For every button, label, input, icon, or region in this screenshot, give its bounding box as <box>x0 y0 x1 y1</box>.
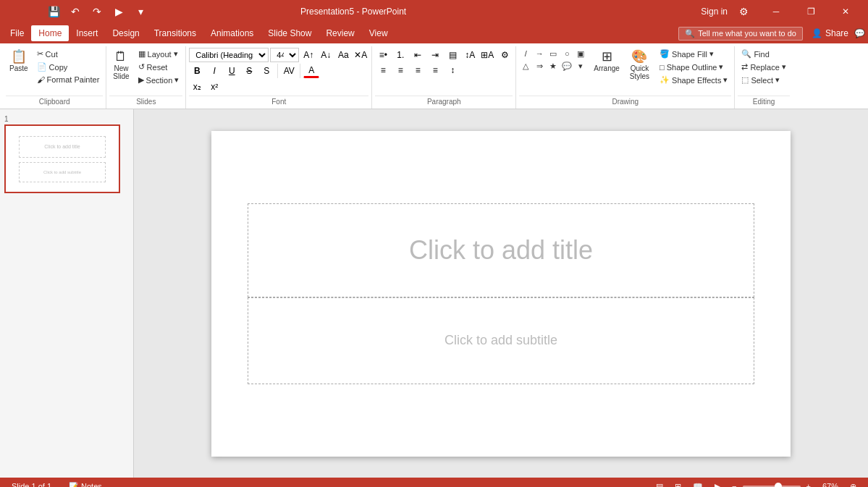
arrange-button[interactable]: ⊞ Arrange <box>590 48 623 75</box>
shape-star[interactable]: ★ <box>547 60 560 72</box>
select-button[interactable]: ⬚ Select ▾ <box>738 74 789 86</box>
share-label: Share <box>825 28 848 38</box>
menu-animations[interactable]: Animations <box>203 25 261 41</box>
sign-in-button[interactable]: Sign in <box>701 7 728 17</box>
align-right-button[interactable]: ≡ <box>410 63 426 77</box>
section-label: Section <box>146 76 173 85</box>
subscript-button[interactable]: x₂ <box>189 80 205 94</box>
bold-button[interactable]: B <box>189 64 205 78</box>
minimize-button[interactable]: ─ <box>759 0 793 23</box>
strikethrough-button[interactable]: S <box>241 64 257 78</box>
shape-fill-label: Shape Fill <box>672 50 707 59</box>
comment-icon[interactable]: 💬 <box>854 28 865 38</box>
shadow-button[interactable]: S <box>258 64 274 78</box>
redo-button[interactable]: ↷ <box>87 1 107 22</box>
layout-button[interactable]: ▦ Layout ▾ <box>135 48 183 60</box>
align-text-button[interactable]: ⊞A <box>479 48 495 62</box>
text-direction-button[interactable]: ↕A <box>462 48 478 62</box>
paragraph-group: ≡• 1. ⇤ ⇥ ▤ ↕A ⊞A ⚙ ≡ ≡ ≡ ≡ ↕ <box>372 46 516 109</box>
paste-button[interactable]: 📋 Paste <box>6 48 32 75</box>
slideshow-button[interactable]: ▶ <box>712 481 723 488</box>
line-spacing-button[interactable]: ↕ <box>444 63 460 77</box>
shape-triangle[interactable]: △ <box>519 60 532 72</box>
quick-styles-button[interactable]: 🎨 QuickStyles <box>626 48 653 82</box>
font-color-button[interactable]: A <box>303 64 319 78</box>
shape-rect[interactable]: ▭ <box>547 48 560 59</box>
fit-slide-button[interactable]: ⊕ <box>847 481 859 488</box>
italic-button[interactable]: I <box>206 64 222 78</box>
search-box[interactable]: 🔍 Tell me what you want to do <box>678 27 803 41</box>
subtitle-textbox[interactable]: Click to add subtitle <box>248 297 754 384</box>
increase-font-button[interactable]: A↑ <box>300 48 316 62</box>
zoom-out-button[interactable]: − <box>729 481 739 487</box>
find-button[interactable]: 🔍 Find <box>738 48 789 60</box>
menu-view[interactable]: View <box>362 25 395 41</box>
change-case-button[interactable]: Aa <box>335 48 351 62</box>
restore-button[interactable]: ❐ <box>794 0 827 23</box>
replace-button[interactable]: ⇄ Replace ▾ <box>738 61 789 73</box>
shape-outline-button[interactable]: □ Shape Outline ▾ <box>656 61 731 73</box>
save-button[interactable]: 💾 <box>43 1 64 22</box>
close-button[interactable]: ✕ <box>829 0 862 23</box>
normal-view-button[interactable]: ▤ <box>653 481 666 488</box>
menu-insert[interactable]: Insert <box>69 25 105 41</box>
zoom-in-button[interactable]: + <box>804 481 814 487</box>
align-left-button[interactable]: ≡ <box>375 63 391 77</box>
font-size-selector[interactable]: 44 <box>270 48 299 62</box>
share-button[interactable]: 👤 Share <box>812 28 848 38</box>
shapes-expand[interactable]: ▾ <box>574 60 587 72</box>
new-slide-button[interactable]: 🗒 NewSlide <box>109 48 132 82</box>
menu-bar: File Home Insert Design Transitions Anim… <box>0 23 868 43</box>
canvas-area[interactable]: Click to add title Click to add subtitle <box>134 109 868 478</box>
slides-group: 🗒 NewSlide ▦ Layout ▾ ↺ Reset ▶ Section … <box>106 46 186 109</box>
reading-view-button[interactable]: 📖 <box>690 481 706 488</box>
cut-button[interactable]: ✂ Cut <box>33 48 104 60</box>
reset-button[interactable]: ↺ Reset <box>135 61 183 73</box>
char-spacing-button[interactable]: AV <box>281 64 297 78</box>
slide-thumbnail-1[interactable]: Click to add title Click to add subtitle <box>4 124 120 193</box>
decrease-font-button[interactable]: A↓ <box>318 48 334 62</box>
search-icon: 🔍 <box>685 29 695 38</box>
increase-indent-button[interactable]: ⇥ <box>427 48 443 62</box>
smartart-button[interactable]: ⚙ <box>497 48 513 62</box>
menu-home[interactable]: Home <box>31 25 69 41</box>
menu-slideshow[interactable]: Slide Show <box>261 25 319 41</box>
menu-transitions[interactable]: Transitions <box>147 25 203 41</box>
superscript-button[interactable]: x² <box>206 80 222 94</box>
copy-button[interactable]: 📄 Copy <box>33 61 104 73</box>
undo-button[interactable]: ↶ <box>65 1 85 22</box>
columns-button[interactable]: ▤ <box>444 48 460 62</box>
paste-label: Paste <box>9 64 28 72</box>
shape-right-arrow[interactable]: ⇒ <box>533 60 546 72</box>
shape-arrow[interactable]: → <box>533 48 546 59</box>
format-painter-button[interactable]: 🖌 Format Painter <box>33 74 104 85</box>
shape-line[interactable]: / <box>519 48 532 59</box>
shape-fill-button[interactable]: 🪣 Shape Fill ▾ <box>656 48 731 60</box>
menu-file[interactable]: File <box>3 25 31 41</box>
shape-oval[interactable]: ○ <box>560 48 573 59</box>
numbering-button[interactable]: 1. <box>392 48 408 62</box>
decrease-indent-button[interactable]: ⇤ <box>410 48 426 62</box>
shape-effects-button[interactable]: ✨ Shape Effects ▾ <box>656 74 731 86</box>
title-textbox[interactable]: Click to add title <box>248 203 754 297</box>
select-icon: ⬚ <box>741 75 749 85</box>
clear-format-button[interactable]: ✕A <box>353 48 368 62</box>
underline-button[interactable]: U <box>224 64 240 78</box>
settings-icon[interactable]: ⚙ <box>733 1 754 22</box>
align-center-button[interactable]: ≡ <box>392 63 408 77</box>
justify-button[interactable]: ≡ <box>427 63 443 77</box>
zoom-thumb[interactable] <box>775 483 782 487</box>
section-button[interactable]: ▶ Section ▾ <box>135 74 183 86</box>
shape-callout[interactable]: 💬 <box>560 60 573 72</box>
notes-button[interactable]: 📝 Notes <box>66 481 105 488</box>
copy-icon: 📄 <box>37 62 47 72</box>
menu-review[interactable]: Review <box>319 25 361 41</box>
font-family-selector[interactable]: Calibri (Headings) <box>189 48 269 62</box>
menu-design[interactable]: Design <box>105 25 146 41</box>
slide-sorter-button[interactable]: ⊞ <box>672 481 684 488</box>
more-button[interactable]: ▾ <box>130 1 151 22</box>
bullets-button[interactable]: ≡• <box>375 48 391 62</box>
shape-more[interactable]: ▣ <box>574 48 587 59</box>
zoom-level[interactable]: 67% <box>819 481 841 487</box>
present-button[interactable]: ▶ <box>109 1 129 22</box>
